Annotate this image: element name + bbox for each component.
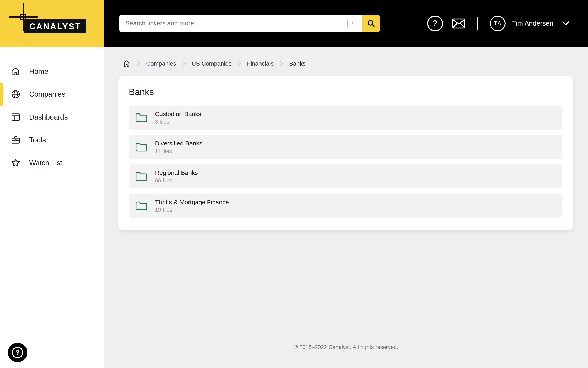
briefcase-icon [11, 135, 21, 145]
folder-file-count: 19 files [155, 207, 229, 213]
sidebar-item-label: Watch List [29, 159, 62, 167]
sidebar-item-watch-list[interactable]: Watch List [0, 151, 104, 174]
banks-card: Banks Custodian Banks 3 files [118, 76, 573, 230]
folder-name: Custodian Banks [155, 110, 201, 118]
sidebar-item-label: Dashboards [29, 113, 68, 121]
folder-row-regional-banks[interactable]: Regional Banks 66 files [129, 165, 562, 188]
folder-icon [135, 171, 148, 182]
folder-name: Regional Banks [155, 169, 198, 176]
top-bar-right-cluster: ? TA Tim Andersen [427, 16, 569, 31]
home-icon [11, 66, 21, 76]
breadcrumb-companies[interactable]: Companies [146, 60, 176, 67]
main-content: Companies US Companies Financials Banks … [104, 47, 588, 368]
sidebar-item-dashboards[interactable]: Dashboards [0, 106, 104, 129]
folder-row-diversified-banks[interactable]: Diversified Banks 11 files [129, 135, 562, 159]
chevron-right-icon [280, 61, 283, 66]
support-help-button[interactable]: ? [8, 343, 27, 362]
user-name[interactable]: Tim Andersen [512, 19, 553, 27]
breadcrumb-banks: Banks [289, 60, 306, 67]
folder-text: Thrifts & Mortgage Finance 19 files [155, 199, 229, 213]
sidebar-item-label: Home [29, 67, 48, 75]
app-window: CANALYST / ? TA Tim Andersen [0, 0, 588, 368]
search-bar: / [119, 15, 380, 32]
chevron-right-icon [238, 61, 241, 66]
avatar[interactable]: TA [490, 16, 505, 31]
folder-name: Thrifts & Mortgage Finance [155, 199, 229, 206]
sidebar-item-tools[interactable]: Tools [0, 129, 104, 151]
folder-icon [135, 201, 148, 211]
folder-text: Regional Banks 66 files [155, 169, 198, 184]
sidebar-item-label: Tools [29, 136, 46, 144]
canalyst-logo[interactable]: CANALYST [0, 0, 104, 47]
star-icon [11, 158, 21, 168]
page-title: Banks [129, 87, 562, 97]
sidebar-item-label: Companies [29, 90, 65, 98]
help-icon: ? [12, 347, 23, 358]
folder-text: Diversified Banks 11 files [155, 140, 202, 154]
keyboard-shortcut-hint: / [347, 19, 358, 28]
top-bar: / ? TA Tim Andersen [104, 0, 588, 47]
search-icon [367, 19, 375, 28]
folder-file-count: 11 files [155, 148, 202, 154]
dashboard-icon [11, 112, 21, 122]
folder-icon [135, 112, 148, 123]
chevron-down-icon[interactable] [562, 21, 569, 26]
folder-file-count: 66 files [155, 177, 198, 184]
breadcrumb-us-companies[interactable]: US Companies [192, 60, 232, 67]
sidebar-item-companies[interactable]: Companies [0, 83, 104, 106]
breadcrumb-financials[interactable]: Financials [247, 60, 274, 67]
globe-icon [11, 89, 21, 99]
sidebar: Home Companies Dashboards Tools [0, 47, 104, 368]
folder-icon [135, 142, 148, 152]
breadcrumb-home-icon[interactable] [123, 60, 131, 68]
chevron-right-icon [182, 61, 186, 66]
folder-row-thrifts-mortgage-finance[interactable]: Thrifts & Mortgage Finance 19 files [129, 194, 562, 218]
vertical-divider [477, 17, 478, 30]
folder-name: Diversified Banks [155, 140, 202, 147]
mail-icon[interactable] [452, 18, 465, 28]
copyright-footer: © 2015–2022 Canalyst. All rights reserve… [104, 344, 588, 368]
search-input[interactable] [119, 15, 347, 32]
folder-row-custodian-banks[interactable]: Custodian Banks 3 files [129, 106, 562, 130]
folder-text: Custodian Banks 3 files [155, 110, 201, 125]
folder-file-count: 3 files [155, 119, 201, 125]
help-icon[interactable]: ? [427, 16, 443, 31]
breadcrumb: Companies US Companies Financials Banks [123, 59, 588, 69]
brand-wordmark: CANALYST [25, 19, 86, 33]
chevron-right-icon [137, 61, 140, 66]
search-button[interactable] [362, 15, 380, 32]
sidebar-item-home[interactable]: Home [0, 60, 104, 83]
